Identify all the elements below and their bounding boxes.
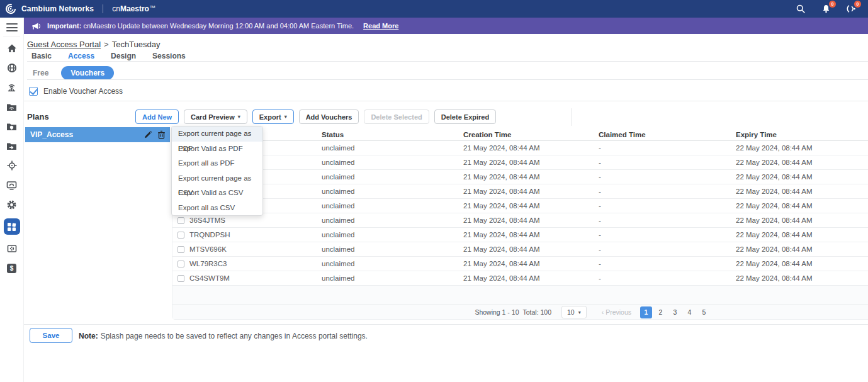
- voucher-status: unclaimed: [322, 144, 463, 152]
- voucher-expiry-time: 22 May 2024, 08:44 AM: [736, 245, 868, 253]
- bell-badge: 0: [829, 1, 836, 8]
- breadcrumb-parent-link[interactable]: Guest Access Portal: [27, 40, 101, 49]
- banner-prefix: Important:: [47, 22, 81, 30]
- export-menu-item[interactable]: Export current page as CSV: [172, 171, 262, 186]
- access-point-icon[interactable]: [6, 82, 18, 93]
- subtab-vouchers[interactable]: Vouchers: [61, 66, 114, 80]
- page-number-button[interactable]: 1: [640, 306, 652, 318]
- tab-basic[interactable]: Basic: [31, 52, 52, 67]
- wifi-folder-icon[interactable]: [6, 101, 18, 113]
- export-menu-item[interactable]: Export Valid as PDF: [172, 142, 262, 157]
- tab-access[interactable]: Access: [68, 52, 94, 67]
- search-icon[interactable]: [795, 3, 806, 14]
- voucher-creation-time: 21 May 2024, 08:44 AM: [463, 159, 599, 166]
- edit-plan-icon[interactable]: [144, 130, 152, 139]
- sidebar-divider: [3, 37, 20, 37]
- export-menu-item[interactable]: Export all as CSV: [172, 201, 262, 216]
- page-number-button[interactable]: 5: [698, 306, 710, 318]
- secure-folder-icon[interactable]: [6, 121, 18, 132]
- tab-design[interactable]: Design: [111, 52, 136, 67]
- export-label: Export: [259, 113, 281, 121]
- delete-selected-button[interactable]: Delete Selected: [364, 110, 429, 124]
- breadcrumb-current: TechTuesday: [112, 40, 161, 49]
- delete-plan-icon[interactable]: [157, 130, 166, 139]
- voucher-code: MTSV696K: [189, 245, 322, 253]
- voucher-creation-time: 21 May 2024, 08:44 AM: [463, 173, 599, 181]
- enable-voucher-label: Enable Voucher Access: [43, 87, 123, 96]
- globe-icon[interactable]: [6, 62, 18, 74]
- vouchers-table: Status Creation Time Claimed Time Expiry…: [172, 128, 868, 320]
- main-content: Guest Access Portal>TechTuesday Basic Ac…: [24, 34, 868, 382]
- voucher-creation-time: 21 May 2024, 08:44 AM: [463, 216, 599, 224]
- export-menu-item[interactable]: Export Valid as CSV: [172, 186, 262, 201]
- export-menu-item[interactable]: Export all as PDF: [172, 156, 262, 171]
- plans-title: Plans: [27, 112, 49, 121]
- row-checkbox[interactable]: [178, 246, 184, 253]
- support-icon[interactable]: 0: [845, 3, 857, 14]
- showing-label: Showing 1 - 10: [475, 308, 519, 316]
- read-more-link[interactable]: Read More: [363, 22, 398, 30]
- footer-divider: [24, 324, 868, 325]
- menu-icon[interactable]: [6, 23, 18, 31]
- table-footer: Showing 1 - 10 Total: 100 10▾ ‹ Previous…: [172, 304, 868, 319]
- card-preview-button[interactable]: Card Preview▾: [184, 110, 247, 124]
- voucher-code: WL79R3C3: [189, 260, 322, 267]
- shared-folder-icon[interactable]: [6, 140, 18, 152]
- enable-voucher-checkbox[interactable]: [29, 87, 38, 96]
- table-row: WL79R3C3 unclaimed 21 May 2024, 08:44 AM…: [172, 257, 868, 271]
- row-checkbox[interactable]: [178, 275, 184, 282]
- note-prefix: Note:: [79, 332, 98, 340]
- voucher-expiry-time: 22 May 2024, 08:44 AM: [736, 202, 868, 210]
- monitor-dashboard-icon[interactable]: [6, 179, 18, 191]
- table-row: MTSV696K unclaimed 21 May 2024, 08:44 AM…: [172, 242, 868, 257]
- bell-icon[interactable]: 0: [820, 3, 831, 14]
- previous-page-button[interactable]: ‹ Previous: [602, 308, 631, 316]
- voucher-claimed-time: -: [599, 274, 736, 282]
- export-menu-item[interactable]: Export current page as PDF: [172, 126, 262, 142]
- page-number-button[interactable]: 4: [684, 306, 696, 318]
- subscription-icon[interactable]: $: [6, 262, 18, 274]
- trademark: TM: [150, 5, 155, 9]
- page-number-button[interactable]: 2: [655, 306, 667, 318]
- voucher-code: CS4SWT9M: [189, 274, 322, 282]
- home-icon[interactable]: [6, 43, 18, 54]
- card-preview-label: Card Preview: [191, 113, 235, 121]
- row-checkbox[interactable]: [178, 261, 184, 267]
- page-size-value: 10: [567, 308, 575, 316]
- header-expiry-time: Expiry Time: [736, 131, 868, 138]
- locate-icon[interactable]: [6, 160, 18, 171]
- voucher-code: 36S4JTMS: [189, 216, 322, 224]
- previous-arrow-icon: ‹: [602, 308, 604, 316]
- export-button[interactable]: Export▾: [252, 110, 294, 124]
- tools-monitor-icon[interactable]: [6, 243, 18, 254]
- add-new-button[interactable]: Add New: [135, 110, 179, 124]
- voucher-status: unclaimed: [322, 188, 463, 195]
- brand-name: Cambium Networks: [21, 4, 94, 13]
- table-filler: [172, 286, 868, 304]
- chevron-down-icon: ▾: [238, 114, 240, 120]
- table-body: unclaimed 21 May 2024, 08:44 AM - 22 May…: [172, 141, 868, 286]
- row-checkbox[interactable]: [178, 232, 184, 239]
- voucher-expiry-time: 22 May 2024, 08:44 AM: [736, 216, 868, 224]
- product-title: Maestro: [120, 4, 149, 13]
- subtab-free[interactable]: Free: [33, 69, 48, 77]
- page-number-button[interactable]: 3: [669, 306, 681, 318]
- voucher-claimed-time: -: [599, 216, 736, 224]
- voucher-claimed-time: -: [599, 245, 736, 253]
- page-size-select[interactable]: 10▾: [561, 306, 587, 318]
- gear-icon[interactable]: [6, 199, 18, 210]
- tab-sessions[interactable]: Sessions: [152, 52, 186, 67]
- plan-list-item-selected[interactable]: VIP_Access: [25, 127, 170, 142]
- header-status: Status: [322, 131, 463, 138]
- apps-icon[interactable]: [4, 218, 20, 235]
- row-checkbox[interactable]: [178, 217, 184, 224]
- save-button[interactable]: Save: [30, 328, 72, 343]
- table-row: unclaimed 21 May 2024, 08:44 AM - 22 May…: [172, 155, 868, 170]
- voucher-expiry-time: 22 May 2024, 08:44 AM: [736, 231, 868, 239]
- add-vouchers-button[interactable]: Add Vouchers: [299, 110, 359, 124]
- tab-bar: Basic Access Design Sessions: [31, 52, 186, 67]
- table-header-row: Status Creation Time Claimed Time Expiry…: [172, 128, 868, 141]
- voucher-claimed-time: -: [599, 173, 736, 181]
- table-row: unclaimed 21 May 2024, 08:44 AM - 22 May…: [172, 141, 868, 155]
- delete-expired-button[interactable]: Delete Expired: [434, 110, 496, 124]
